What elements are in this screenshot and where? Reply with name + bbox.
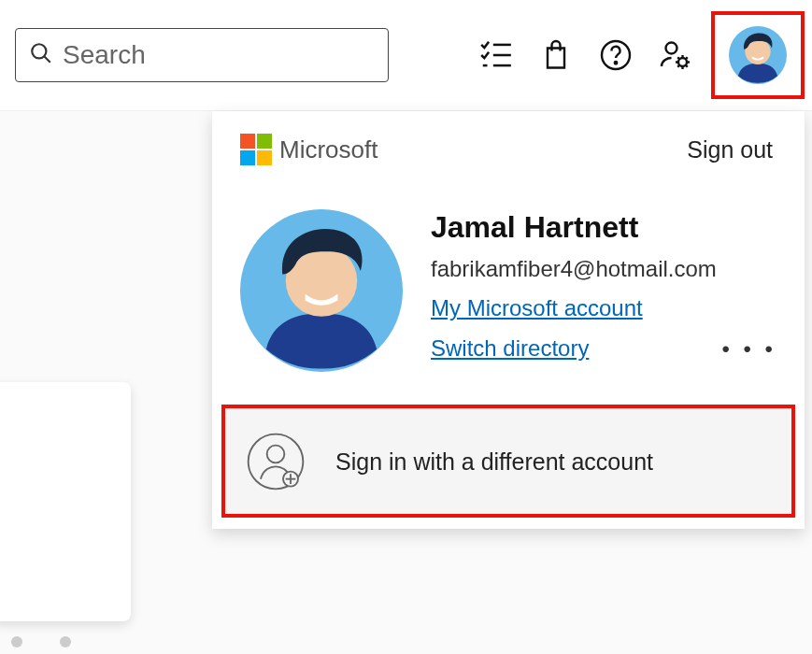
add-account-highlight: Sign in with a different account xyxy=(221,405,795,518)
search-icon xyxy=(29,41,53,69)
sign-in-different-account-button[interactable]: Sign in with a different account xyxy=(225,408,791,514)
settings-person-icon[interactable] xyxy=(648,27,704,83)
svg-point-10 xyxy=(666,43,677,54)
svg-point-2 xyxy=(32,44,46,58)
user-info: Jamal Hartnett fabrikamfiber4@hotmail.co… xyxy=(431,188,776,363)
content-area: Microsoft Sign out Jamal Hartnett fabrik… xyxy=(0,111,812,654)
svg-line-3 xyxy=(44,56,50,63)
panel-header: Microsoft Sign out xyxy=(212,111,805,171)
shopping-bag-icon[interactable] xyxy=(528,27,584,83)
svg-point-9 xyxy=(615,62,617,64)
add-user-icon xyxy=(242,428,309,495)
background-card xyxy=(0,382,131,621)
add-account-label: Sign in with a different account xyxy=(335,448,653,476)
user-name: Jamal Hartnett xyxy=(431,210,776,245)
search-box[interactable] xyxy=(15,28,389,82)
switch-directory-link[interactable]: Switch directory xyxy=(431,335,589,362)
microsoft-logo-icon xyxy=(240,134,272,165)
user-avatar-icon[interactable] xyxy=(729,26,787,84)
user-email: fabrikamfiber4@hotmail.com xyxy=(431,256,776,282)
top-toolbar xyxy=(0,0,812,111)
carousel-dot[interactable] xyxy=(11,636,22,647)
carousel-dots xyxy=(0,636,71,647)
more-options-icon[interactable]: • • • xyxy=(721,336,776,363)
my-microsoft-account-link[interactable]: My Microsoft account xyxy=(431,295,776,321)
carousel-dot[interactable] xyxy=(60,636,71,647)
user-avatar-large-icon xyxy=(240,208,403,373)
sign-out-link[interactable]: Sign out xyxy=(687,136,773,164)
panel-body: Jamal Hartnett fabrikamfiber4@hotmail.co… xyxy=(212,171,805,405)
microsoft-brand: Microsoft xyxy=(240,134,378,165)
checklist-icon[interactable] xyxy=(468,27,524,83)
toolbar-icons xyxy=(468,27,704,83)
avatar-button-highlight xyxy=(711,11,805,99)
account-dropdown-panel: Microsoft Sign out Jamal Hartnett fabrik… xyxy=(212,111,805,529)
microsoft-label: Microsoft xyxy=(279,135,378,164)
help-icon[interactable] xyxy=(588,27,644,83)
svg-point-13 xyxy=(267,446,285,463)
search-input[interactable] xyxy=(63,40,375,70)
